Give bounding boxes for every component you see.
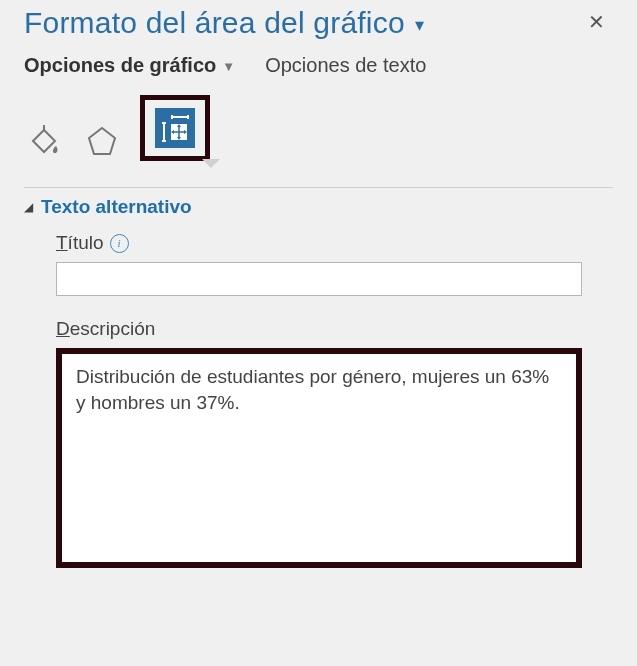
description-label-row: Descripción (56, 318, 613, 340)
tab-label: Opciones de gráfico (24, 54, 216, 77)
effects-category[interactable] (82, 121, 122, 161)
description-highlight-frame (56, 348, 582, 568)
description-label: Descripción (56, 318, 155, 340)
title-label-row: Título i (56, 232, 613, 254)
alt-text-section-header[interactable]: ◢ Texto alternativo (24, 196, 613, 218)
description-field-block: Descripción (56, 318, 613, 568)
fill-line-category[interactable] (24, 121, 64, 161)
selected-category-pointer (202, 159, 220, 168)
size-properties-icon (158, 111, 192, 145)
pentagon-icon (85, 124, 119, 158)
info-icon[interactable]: i (110, 234, 129, 253)
alt-text-title-input[interactable] (56, 262, 582, 296)
tab-text-options[interactable]: Opciones de texto (265, 54, 426, 77)
close-button[interactable]: ✕ (580, 6, 613, 38)
size-properties-category[interactable] (140, 95, 210, 161)
title-label: Título (56, 232, 104, 254)
tab-label: Opciones de texto (265, 54, 426, 77)
tab-chart-options[interactable]: Opciones de gráfico ▼ (24, 54, 235, 77)
divider (24, 187, 613, 188)
chevron-down-icon: ▾ (415, 14, 424, 36)
format-chart-area-pane: Formato del área del gráfico ▾ ✕ Opcione… (0, 0, 637, 666)
pane-title-dropdown[interactable]: Formato del área del gráfico ▾ (24, 6, 424, 40)
options-subtabs: Opciones de gráfico ▼ Opciones de texto (24, 54, 613, 77)
pane-title: Formato del área del gráfico (24, 6, 405, 40)
paint-bucket-icon (27, 124, 61, 158)
category-icon-row (24, 95, 613, 161)
alt-text-description-input[interactable] (62, 354, 576, 562)
collapse-triangle-icon: ◢ (24, 200, 33, 214)
section-title: Texto alternativo (41, 196, 192, 218)
chevron-down-icon: ▼ (222, 59, 235, 74)
alt-text-section: ◢ Texto alternativo Título i Descripción (24, 196, 613, 568)
pane-header-row: Formato del área del gráfico ▾ ✕ (24, 6, 613, 40)
close-icon: ✕ (588, 11, 605, 33)
title-field-block: Título i (56, 232, 613, 296)
